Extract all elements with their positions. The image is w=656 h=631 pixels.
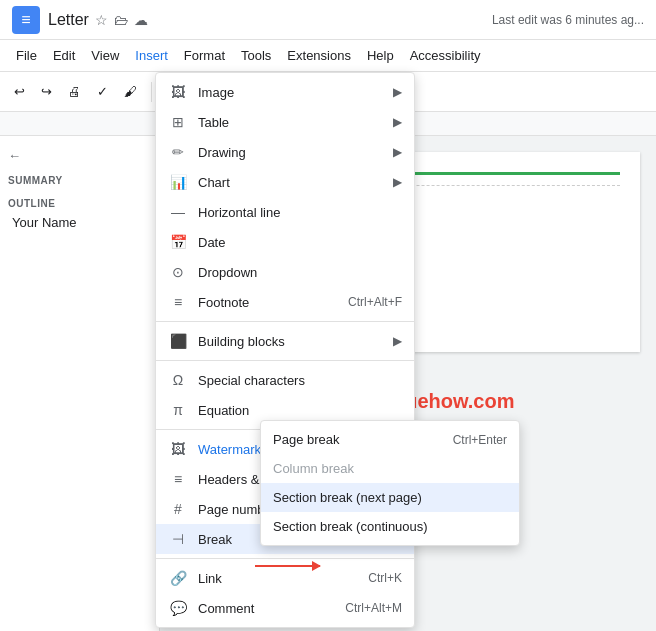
folder-icon[interactable]: 🗁: [114, 12, 128, 28]
building-blocks-arrow-icon: ▶: [393, 334, 402, 348]
equation-icon: π: [168, 402, 188, 418]
format-paint-button[interactable]: 🖌: [118, 80, 143, 103]
headers-icon: ≡: [168, 471, 188, 487]
menu-item-footnote[interactable]: ≡ Footnote Ctrl+Alt+F: [156, 287, 414, 317]
menu-item-link[interactable]: 🔗 Link Ctrl+K: [156, 563, 414, 593]
menu-item-footnote-label: Footnote: [198, 295, 348, 310]
watermark-icon: 🖼: [168, 441, 188, 457]
menu-item-link-label: Link: [198, 571, 368, 586]
drawing-icon: ✏: [168, 144, 188, 160]
break-section-continuous[interactable]: Section break (continuous): [261, 512, 519, 541]
sidebar-back-button[interactable]: ←: [8, 148, 151, 163]
doc-icon: ≡: [12, 6, 40, 34]
menu-bar: File Edit View Insert Format Tools Exten…: [0, 40, 656, 72]
print-button[interactable]: 🖨: [62, 80, 87, 103]
last-edit-label: Last edit was 6 minutes ag...: [492, 13, 644, 27]
menu-item-drawing[interactable]: ✏ Drawing ▶: [156, 137, 414, 167]
date-icon: 📅: [168, 234, 188, 250]
table-arrow-icon: ▶: [393, 115, 402, 129]
menu-item-image-label: Image: [198, 85, 393, 100]
menu-item-building-blocks-label: Building blocks: [198, 334, 393, 349]
menu-item-building-blocks[interactable]: ⬛ Building blocks ▶: [156, 326, 414, 356]
redo-button[interactable]: ↪: [35, 80, 58, 103]
link-shortcut: Ctrl+K: [368, 571, 402, 585]
image-icon: 🖼: [168, 84, 188, 100]
menu-item-comment[interactable]: 💬 Comment Ctrl+Alt+M: [156, 593, 414, 623]
sidebar-summary-label: SUMMARY: [8, 175, 151, 186]
menu-item-hr[interactable]: — Horizontal line: [156, 197, 414, 227]
menu-help[interactable]: Help: [359, 44, 402, 67]
menu-item-date-label: Date: [198, 235, 402, 250]
menu-item-chart-label: Chart: [198, 175, 393, 190]
break-submenu: Page break Ctrl+Enter Column break Secti…: [260, 420, 520, 546]
menu-view[interactable]: View: [83, 44, 127, 67]
title-icons: ☆ 🗁 ☁: [95, 12, 148, 28]
sidebar-name: Your Name: [8, 215, 151, 230]
section-break-cont-label: Section break (continuous): [273, 519, 507, 534]
doc-title: Letter: [48, 11, 89, 29]
special-chars-icon: Ω: [168, 372, 188, 388]
menu-item-dropdown[interactable]: ⊙ Dropdown: [156, 257, 414, 287]
menu-file[interactable]: File: [8, 44, 45, 67]
menu-item-table-label: Table: [198, 115, 393, 130]
menu-divider-2: [156, 360, 414, 361]
footnote-icon: ≡: [168, 294, 188, 310]
undo-button[interactable]: ↩: [8, 80, 31, 103]
menu-accessibility[interactable]: Accessibility: [402, 44, 489, 67]
hr-icon: —: [168, 204, 188, 220]
arrow-indicator: [255, 565, 320, 567]
link-icon: 🔗: [168, 570, 188, 586]
building-blocks-icon: ⬛: [168, 333, 188, 349]
sidebar-outline-label: OUTLINE: [8, 198, 151, 209]
footnote-shortcut: Ctrl+Alt+F: [348, 295, 402, 309]
dropdown-icon: ⊙: [168, 264, 188, 280]
menu-item-drawing-label: Drawing: [198, 145, 393, 160]
cloud-icon[interactable]: ☁: [134, 12, 148, 28]
menu-item-chart[interactable]: 📊 Chart ▶: [156, 167, 414, 197]
menu-item-image[interactable]: 🖼 Image ▶: [156, 77, 414, 107]
menu-item-special-characters[interactable]: Ω Special characters: [156, 365, 414, 395]
menu-item-equation-label: Equation: [198, 403, 402, 418]
break-column-break: Column break: [261, 454, 519, 483]
menu-item-special-chars-label: Special characters: [198, 373, 402, 388]
chart-arrow-icon: ▶: [393, 175, 402, 189]
menu-item-hr-label: Horizontal line: [198, 205, 402, 220]
menu-item-table[interactable]: ⊞ Table ▶: [156, 107, 414, 137]
menu-divider-1: [156, 321, 414, 322]
menu-format[interactable]: Format: [176, 44, 233, 67]
comment-icon: 💬: [168, 600, 188, 616]
menu-item-comment-label: Comment: [198, 601, 345, 616]
menu-tools[interactable]: Tools: [233, 44, 279, 67]
sidebar: ← SUMMARY OUTLINE Your Name: [0, 136, 160, 631]
menu-edit[interactable]: Edit: [45, 44, 83, 67]
page-break-shortcut: Ctrl+Enter: [453, 433, 507, 447]
menu-insert[interactable]: Insert: [127, 44, 176, 67]
menu-item-date[interactable]: 📅 Date: [156, 227, 414, 257]
toolbar-sep-1: [151, 82, 152, 102]
top-bar: ≡ Letter ☆ 🗁 ☁ Last edit was 6 minutes a…: [0, 0, 656, 40]
chart-icon: 📊: [168, 174, 188, 190]
comment-shortcut: Ctrl+Alt+M: [345, 601, 402, 615]
drawing-arrow-icon: ▶: [393, 145, 402, 159]
page-break-label: Page break: [273, 432, 453, 447]
break-icon: ⊣: [168, 531, 188, 547]
image-arrow-icon: ▶: [393, 85, 402, 99]
back-arrow-icon: ←: [8, 148, 21, 163]
page-numbers-icon: #: [168, 501, 188, 517]
spellcheck-button[interactable]: ✓: [91, 80, 114, 103]
menu-divider-4: [156, 558, 414, 559]
table-icon: ⊞: [168, 114, 188, 130]
menu-extensions[interactable]: Extensions: [279, 44, 359, 67]
star-icon[interactable]: ☆: [95, 12, 108, 28]
menu-item-dropdown-label: Dropdown: [198, 265, 402, 280]
break-page-break[interactable]: Page break Ctrl+Enter: [261, 425, 519, 454]
break-section-next[interactable]: Section break (next page): [261, 483, 519, 512]
column-break-label: Column break: [273, 461, 507, 476]
section-break-next-label: Section break (next page): [273, 490, 507, 505]
